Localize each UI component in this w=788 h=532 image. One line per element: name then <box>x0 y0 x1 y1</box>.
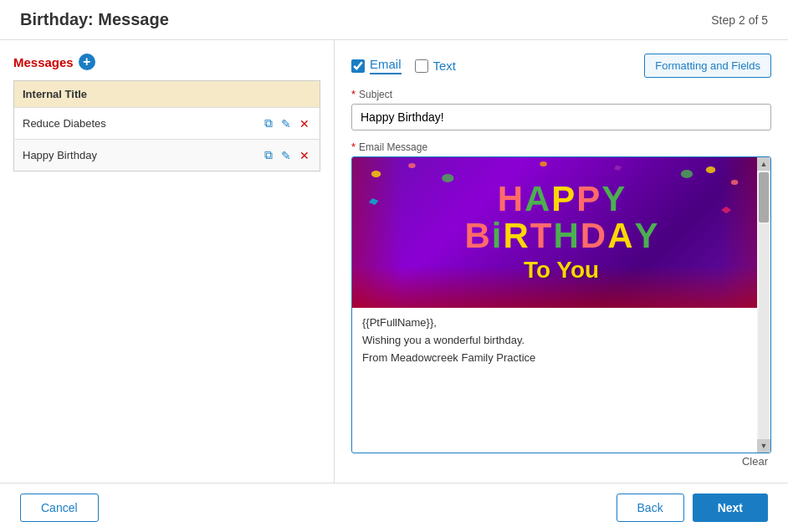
right-panel: Email Text Formatting and Fields * Subje… <box>335 40 788 483</box>
email-body: {{PtFullName}}, Wishing you a wonderful … <box>352 308 770 377</box>
scroll-bar[interactable]: ▲ ▼ <box>757 157 770 453</box>
email-checkbox[interactable] <box>351 59 365 73</box>
svg-rect-9 <box>614 165 622 170</box>
edit-button[interactable]: ✎ <box>279 115 293 132</box>
svg-point-5 <box>681 170 693 178</box>
svg-point-3 <box>706 166 715 173</box>
text-tab-label: Text <box>433 59 457 73</box>
delete-button[interactable]: ✕ <box>298 115 311 132</box>
formatting-and-fields-button[interactable]: Formatting and Fields <box>644 54 771 78</box>
email-message-container: * Email Message <box>351 141 771 469</box>
email-line-3: From Meadowcreek Family Practice <box>362 351 760 364</box>
table-row: Happy Birthday ⧉ ✎ ✕ <box>14 140 320 171</box>
header: Birthday: Message Step 2 of 5 <box>0 0 788 40</box>
scroll-thumb[interactable] <box>759 172 769 223</box>
svg-point-1 <box>408 163 416 168</box>
delete-button[interactable]: ✕ <box>298 146 311 164</box>
edit-button[interactable]: ✎ <box>279 146 293 164</box>
svg-point-8 <box>540 161 547 166</box>
table-row: Reduce Diabetes ⧉ ✎ ✕ <box>14 108 320 140</box>
left-panel: Messages + Internal Title Reduce Diabete… <box>0 40 335 483</box>
step-indicator: Step 2 of 5 <box>711 13 768 27</box>
cancel-button[interactable]: Cancel <box>20 494 99 522</box>
tab-email[interactable]: Email <box>351 57 402 74</box>
scroll-up-arrow[interactable]: ▲ <box>757 157 770 171</box>
subject-required-star: * <box>351 88 356 100</box>
text-checkbox[interactable] <box>415 59 428 73</box>
birthday-image-graphic: HAPPY BiRTHDAY To You <box>464 182 658 284</box>
messages-label: Messages <box>13 55 74 69</box>
next-button[interactable]: Next <box>693 494 768 522</box>
scroll-track <box>759 224 769 439</box>
nav-buttons: Back Next <box>617 494 768 522</box>
email-content-wrapper[interactable]: HAPPY BiRTHDAY To You {{PtFullName}}, Wi… <box>351 156 771 453</box>
tab-text[interactable]: Text <box>415 59 457 73</box>
svg-point-2 <box>442 174 453 182</box>
row-title: Happy Birthday <box>14 140 199 171</box>
footer: Cancel Back Next <box>0 483 788 532</box>
scroll-down-arrow[interactable]: ▼ <box>757 439 770 453</box>
email-line-2: Wishing you a wonderful birthday. <box>362 334 760 346</box>
page-title: Birthday: Message <box>20 10 169 29</box>
email-line-1: {{PtFullName}}, <box>362 316 760 329</box>
email-required-star: * <box>351 141 356 153</box>
copy-button[interactable]: ⧉ <box>263 146 274 164</box>
clear-button[interactable]: Clear <box>351 453 771 469</box>
row-title: Reduce Diabetes <box>14 108 199 140</box>
subject-label: * Subject <box>351 88 771 100</box>
column-header-title: Internal Title <box>14 81 199 108</box>
messages-header: Messages + <box>13 54 320 70</box>
tabs-row: Email Text Formatting and Fields <box>351 54 771 78</box>
messages-table: Internal Title Reduce Diabetes ⧉ ✎ ✕ Hap… <box>13 80 320 171</box>
main-content: Messages + Internal Title Reduce Diabete… <box>0 40 788 483</box>
birthday-image: HAPPY BiRTHDAY To You <box>352 157 770 308</box>
copy-button[interactable]: ⧉ <box>263 115 274 132</box>
subject-input[interactable] <box>351 104 771 130</box>
email-tab-label: Email <box>370 57 402 74</box>
back-button[interactable]: Back <box>617 494 684 522</box>
add-message-button[interactable]: + <box>79 54 95 70</box>
email-message-label: * Email Message <box>351 141 771 153</box>
subject-field-group: * Subject <box>351 88 771 130</box>
